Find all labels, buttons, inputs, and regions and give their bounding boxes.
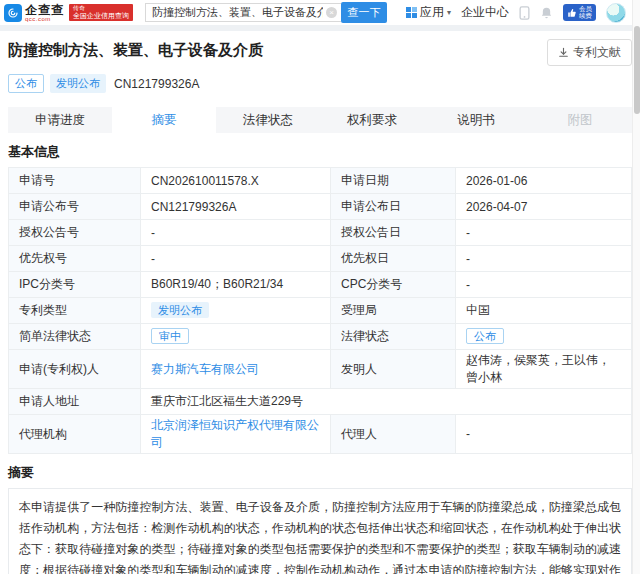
logo-title: 企查查	[25, 4, 64, 16]
notifications-bell-icon[interactable]	[540, 6, 553, 19]
field-label: 发明人	[331, 350, 456, 389]
field-value: -	[456, 272, 632, 298]
field-label: 代理人	[331, 415, 456, 454]
field-value: -	[456, 415, 632, 454]
table-row: 代理机构 北京润泽恒知识产权代理有限公司 代理人 -	[9, 415, 632, 454]
field-value: -	[456, 220, 632, 246]
table-row: 授权公告号 - 授权公告日 -	[9, 220, 632, 246]
field-label: 授权公告日	[331, 220, 456, 246]
applicant-address-value: 重庆市江北区福生大道229号	[141, 389, 632, 415]
vertical-scrollbar[interactable]	[632, 0, 640, 574]
qcc-logo-icon	[4, 4, 22, 22]
field-label: 代理机构	[9, 415, 141, 454]
field-label: 申请公布日	[331, 194, 456, 220]
apps-label: 应用	[420, 4, 444, 21]
tab-application-progress[interactable]: 申请进度	[8, 107, 112, 133]
field-label: 法律状态	[331, 324, 456, 350]
enterprise-center-link[interactable]: 企业中心	[461, 4, 509, 21]
search-button[interactable]: 查一下	[341, 2, 387, 23]
field-label: 专利类型	[9, 298, 141, 324]
logo-domain: qcc.com	[25, 16, 64, 22]
field-value: -	[456, 246, 632, 272]
table-row: 申请公布号 CN121799326A 申请公布日 2026-04-07	[9, 194, 632, 220]
member-renewal-button[interactable]: 会员 续费	[563, 4, 596, 22]
scrollbar-thumb[interactable]	[634, 26, 640, 114]
table-row: 申请号 CN202610011578.X 申请日期 2026-01-06	[9, 168, 632, 194]
logo-slogan-badge: 传奇 全国企业信用查询	[69, 4, 133, 20]
tab-abstract[interactable]: 摘要	[112, 107, 216, 133]
top-navigation-bar: 企查查 qcc.com 传奇 全国企业信用查询 × 查一下 应用 ▾ 企业中心 …	[0, 0, 640, 25]
table-row: 申请人地址 重庆市江北区福生大道229号	[9, 389, 632, 415]
simple-legal-status-badge: 审中	[151, 328, 189, 344]
field-label: CPC分类号	[331, 272, 456, 298]
patent-type-badge: 发明公布	[50, 74, 106, 93]
field-value: 中国	[456, 298, 632, 324]
patent-type-badge: 发明公布	[151, 302, 209, 318]
abstract-title: 摘要	[8, 464, 632, 482]
table-row: 简单法律状态 审中 法律状态 公布	[9, 324, 632, 350]
field-value: B60R19/40；B60R21/34	[141, 272, 331, 298]
table-row: 申请(专利权)人 赛力斯汽车有限公司 发明人 赵伟涛，侯聚英，王以伟，曾小林	[9, 350, 632, 389]
field-value: CN202610011578.X	[141, 168, 331, 194]
abstract-text: 本申请提供了一种防撞控制方法、装置、电子设备及介质，防撞控制方法应用于车辆的防撞…	[8, 488, 632, 574]
agency-link[interactable]: 北京润泽恒知识产权代理有限公司	[151, 418, 319, 449]
slogan-line2: 全国企业信用查询	[73, 12, 129, 20]
publication-number: CN121799326A	[114, 77, 199, 91]
inventors-value: 赵伟涛，侯聚英，王以伟，曾小林	[456, 350, 632, 389]
field-value: CN121799326A	[141, 194, 331, 220]
field-value: 2026-01-06	[456, 168, 632, 194]
user-avatar[interactable]	[606, 3, 626, 23]
tab-claims[interactable]: 权利要求	[320, 107, 424, 133]
table-row: IPC分类号 B60R19/40；B60R21/34 CPC分类号 -	[9, 272, 632, 298]
legal-status-badge: 公布	[466, 328, 504, 344]
basic-info-title: 基本信息	[8, 143, 632, 161]
field-label: IPC分类号	[9, 272, 141, 298]
search-input[interactable]	[145, 3, 341, 22]
table-row: 优先权号 - 优先权日 -	[9, 246, 632, 272]
download-icon	[558, 47, 569, 58]
field-label: 优先权号	[9, 246, 141, 272]
field-label: 申请人地址	[9, 389, 141, 415]
applicant-link[interactable]: 赛力斯汽车有限公司	[151, 362, 259, 376]
tab-bar: 申请进度 摘要 法律状态 权利要求 说明书 附图	[8, 107, 632, 133]
qcc-logo[interactable]: 企查查 qcc.com 传奇 全国企业信用查询	[4, 4, 133, 22]
status-badge: 公布	[8, 74, 44, 93]
field-label: 申请日期	[331, 168, 456, 194]
field-label: 申请(专利权)人	[9, 350, 141, 389]
slogan-line1: 传奇	[73, 5, 129, 12]
patent-document-label: 专利文献	[573, 44, 621, 61]
field-label: 申请公布号	[9, 194, 141, 220]
table-row: 专利类型 发明公布 受理局 中国	[9, 298, 632, 324]
field-value: -	[141, 220, 331, 246]
search-clear-icon[interactable]: ×	[326, 7, 337, 18]
tab-legal-status[interactable]: 法律状态	[216, 107, 320, 133]
field-label: 授权公告号	[9, 220, 141, 246]
tab-description[interactable]: 说明书	[424, 107, 528, 133]
field-value: 2026-04-07	[456, 194, 632, 220]
tab-figures: 附图	[528, 107, 632, 133]
chevron-down-icon: ▾	[447, 8, 451, 17]
apps-menu[interactable]: 应用 ▾	[406, 4, 451, 21]
patent-document-button[interactable]: 专利文献	[547, 39, 632, 66]
field-label: 优先权日	[331, 246, 456, 272]
patent-detail-card: 防撞控制方法、装置、电子设备及介质 专利文献 公布 发明公布 CN1217993…	[0, 31, 640, 574]
field-value: -	[141, 246, 331, 272]
mobile-app-icon[interactable]	[519, 6, 530, 20]
search-bar: × 查一下	[145, 2, 387, 23]
field-label: 申请号	[9, 168, 141, 194]
member-line2: 续费	[579, 12, 592, 19]
field-label: 受理局	[331, 298, 456, 324]
field-label: 简单法律状态	[9, 324, 141, 350]
apps-grid-icon	[406, 7, 417, 18]
basic-info-table: 申请号 CN202610011578.X 申请日期 2026-01-06 申请公…	[8, 167, 632, 454]
thumb-up-icon	[567, 8, 577, 18]
page-title: 防撞控制方法、装置、电子设备及介质	[8, 39, 263, 60]
